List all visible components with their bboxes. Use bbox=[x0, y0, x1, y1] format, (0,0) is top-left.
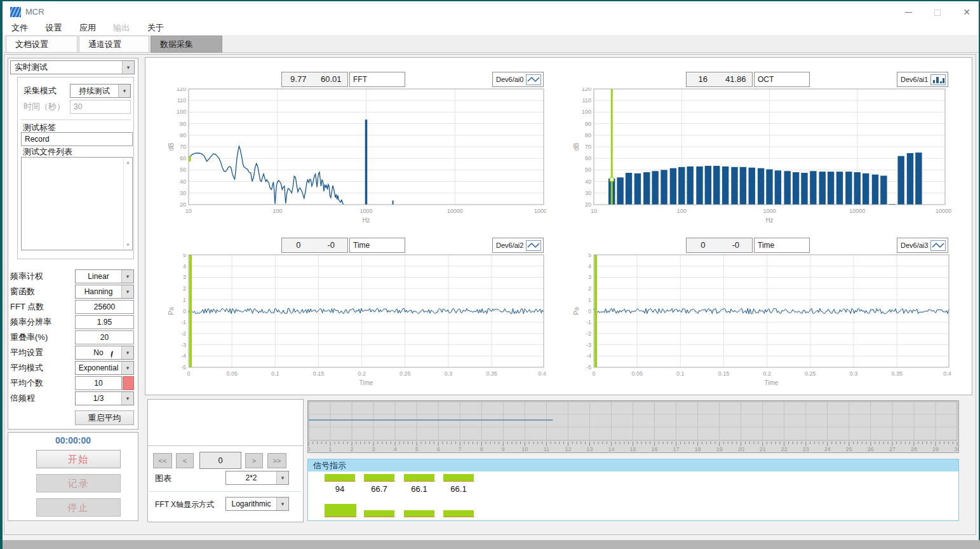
test-file-listbox[interactable]: ▲ ▼ bbox=[21, 157, 133, 250]
chevron-down-icon[interactable]: ▾ bbox=[122, 61, 134, 74]
svg-text:2: 2 bbox=[588, 285, 591, 292]
page-prev-button[interactable]: < bbox=[176, 453, 194, 468]
scroll-up-icon[interactable]: ▲ bbox=[124, 158, 132, 166]
scrollbar[interactable]: ▲ ▼ bbox=[123, 158, 131, 249]
preview-box bbox=[148, 400, 303, 446]
menu-settings[interactable]: 设置 bbox=[45, 20, 62, 35]
time-chart-ai2[interactable]: -5-4-3-2-101234500.050.10.150.20.250.30.… bbox=[165, 254, 546, 390]
minimize-button[interactable] bbox=[894, 3, 923, 22]
svg-text:26: 26 bbox=[868, 446, 874, 452]
chevron-down-icon[interactable]: ▾ bbox=[121, 270, 133, 283]
channel-name: Dev6/ai1 bbox=[901, 76, 930, 83]
restart-average-button[interactable]: 重启平均 bbox=[75, 410, 134, 425]
svg-text:2: 2 bbox=[183, 285, 186, 292]
channel-name: Dev6/ai0 bbox=[496, 76, 526, 83]
menu-output: 输出 bbox=[113, 20, 130, 35]
fft-xaxis-mode-select[interactable]: Logarithmic ▾ bbox=[225, 497, 289, 511]
fft-channel-box[interactable]: Dev6/ai0 bbox=[492, 72, 544, 87]
chevron-down-icon[interactable]: ▾ bbox=[118, 85, 130, 97]
chevron-down-icon[interactable]: ▾ bbox=[276, 471, 288, 484]
chevron-down-icon[interactable]: ▾ bbox=[121, 346, 133, 359]
record-timeline[interactable]: 0123456789101112131415161718192021222324… bbox=[307, 400, 959, 453]
avg-mode-select[interactable]: Exponential ▾ bbox=[75, 361, 134, 375]
maximize-button[interactable] bbox=[923, 3, 952, 22]
svg-text:120: 120 bbox=[582, 88, 591, 92]
signal-channel-2: 66.7 bbox=[364, 471, 396, 522]
svg-text:17: 17 bbox=[673, 446, 680, 452]
param-label-octave: 倍频程 bbox=[10, 391, 35, 405]
tab-channel-settings[interactable]: 通道设置 bbox=[79, 36, 149, 53]
time3-channel-box[interactable]: Dev6/ai3 bbox=[897, 238, 948, 253]
menu-about[interactable]: 关于 bbox=[147, 20, 164, 35]
page-first-button[interactable]: << bbox=[153, 453, 172, 468]
menu-file[interactable]: 文件 bbox=[11, 20, 28, 35]
octave-select[interactable]: 1/3 ▾ bbox=[75, 391, 134, 405]
svg-text:0.41: 0.41 bbox=[943, 370, 951, 377]
application-window: MCR ✕ 文件 设置 应用 输出 关于 文档设置 通道设置 数据采集 实时测试… bbox=[0, 0, 980, 549]
avg-count-input[interactable]: 10 bbox=[75, 376, 122, 390]
acq-mode-select[interactable]: 持续测试 ▾ bbox=[70, 84, 131, 98]
param-label-freq-resolution: 频率分辨率 bbox=[10, 315, 51, 329]
test-label-input[interactable]: Record bbox=[21, 132, 133, 146]
record-button: 记录 bbox=[36, 474, 121, 492]
svg-text:9: 9 bbox=[502, 446, 505, 452]
svg-text:dB: dB bbox=[168, 143, 175, 151]
signal-channel-1: 94 bbox=[325, 471, 356, 522]
chevron-down-icon[interactable]: ▾ bbox=[121, 392, 133, 405]
fft-points-input[interactable]: 25600 bbox=[75, 300, 134, 314]
tab-document-settings[interactable]: 文档设置 bbox=[6, 36, 77, 53]
page-next-button[interactable]: > bbox=[245, 453, 263, 468]
svg-text:16: 16 bbox=[652, 446, 658, 452]
scroll-down-icon[interactable]: ▼ bbox=[124, 241, 132, 249]
param-label-avg-mode: 平均模式 bbox=[10, 361, 43, 375]
oct-channel-box[interactable]: Dev6/ai1 bbox=[897, 72, 948, 87]
avg-setting-select[interactable]: No ▾ bbox=[75, 346, 134, 360]
close-button[interactable]: ✕ bbox=[952, 3, 980, 22]
chart-layout-select[interactable]: 2*2 ▾ bbox=[225, 471, 289, 485]
time2-cursor-readout: 0 -0 bbox=[281, 238, 348, 253]
svg-text:110: 110 bbox=[582, 97, 591, 104]
oct-chart[interactable]: 2030405060708090100110120101001000100001… bbox=[570, 88, 951, 230]
svg-text:14: 14 bbox=[608, 446, 614, 452]
chart-layout-label: 图表 bbox=[155, 471, 171, 485]
svg-text:90: 90 bbox=[585, 121, 591, 127]
start-button[interactable]: 开始 bbox=[36, 450, 121, 468]
title-bar[interactable]: MCR ✕ bbox=[3, 1, 979, 20]
combo-value: Exponential bbox=[76, 362, 121, 374]
freq-resolution-input[interactable]: 1.95 bbox=[75, 315, 134, 329]
combo-value: Hanning bbox=[76, 285, 121, 298]
page-last-button[interactable]: >> bbox=[267, 453, 286, 468]
freq-weighting-select[interactable]: Linear ▾ bbox=[75, 269, 134, 283]
tab-bar: 文档设置 通道设置 数据采集 bbox=[3, 35, 979, 53]
svg-text:-1: -1 bbox=[586, 319, 591, 325]
window-function-select[interactable]: Hanning ▾ bbox=[75, 285, 134, 299]
overlap-input[interactable]: 20 bbox=[75, 330, 134, 344]
fft-type-box[interactable]: FFT bbox=[349, 72, 405, 87]
svg-text:100000: 100000 bbox=[936, 208, 951, 214]
time-seconds-label: 时间（秒） bbox=[23, 100, 65, 114]
test-mode-select[interactable]: 实时测试 ▾ bbox=[10, 60, 135, 74]
chevron-down-icon[interactable]: ▾ bbox=[121, 285, 133, 298]
cursor-x-value: 16 bbox=[687, 72, 720, 86]
tab-data-acquisition[interactable]: 数据采集 bbox=[151, 36, 222, 53]
time2-channel-box[interactable]: Dev6/ai2 bbox=[492, 238, 544, 253]
time3-type-box[interactable]: Time bbox=[754, 238, 810, 253]
signal-value: 66.7 bbox=[364, 484, 394, 494]
oct-cursor-readout: 16 41.86 bbox=[686, 72, 753, 87]
page-number-input[interactable]: 0 bbox=[199, 452, 241, 469]
svg-text:22: 22 bbox=[781, 446, 788, 452]
time-chart-ai3[interactable]: -5-4-3-2-101234500.050.10.150.20.250.30.… bbox=[570, 254, 951, 390]
signal-value: 94 bbox=[325, 484, 355, 494]
oct-type-box[interactable]: OCT bbox=[754, 72, 810, 87]
svg-text:40: 40 bbox=[180, 179, 186, 185]
signal-value: 66.1 bbox=[443, 484, 474, 494]
time2-type-box[interactable]: Time bbox=[349, 238, 405, 253]
channel-name: Dev6/ai2 bbox=[496, 241, 526, 249]
chevron-down-icon[interactable]: ▾ bbox=[121, 362, 133, 374]
menu-application[interactable]: 应用 bbox=[79, 20, 96, 35]
svg-text:0.05: 0.05 bbox=[226, 370, 238, 377]
cursor-y-value: -0 bbox=[720, 238, 753, 252]
chevron-down-icon[interactable]: ▾ bbox=[276, 498, 288, 510]
svg-text:1: 1 bbox=[183, 297, 186, 303]
fft-chart[interactable]: 2030405060708090100110120101001000100001… bbox=[165, 88, 546, 230]
